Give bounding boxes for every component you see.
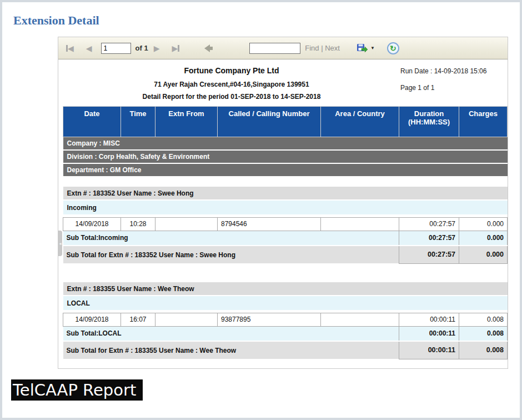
- cell-area: [321, 313, 399, 326]
- search-input[interactable]: [249, 43, 300, 54]
- col-area: Area / Country: [321, 107, 399, 137]
- report-period: Detail Report for the period 01-SEP-2018…: [63, 93, 400, 104]
- find-link[interactable]: Find: [305, 44, 319, 52]
- cell-charges: 0.000: [459, 217, 508, 231]
- detail-table: Date Time Extn From Called / Calling Num…: [63, 106, 508, 359]
- col-extn-from: Extn From: [155, 107, 218, 137]
- next-page-icon[interactable]: ▶: [154, 44, 160, 52]
- col-duration: Duration (HH:MM:SS): [399, 107, 459, 137]
- report-header: Fortune Company Pte Ltd 71 Ayer Rajah Cr…: [63, 64, 507, 104]
- refresh-icon[interactable]: ↻: [387, 42, 399, 54]
- previous-page-icon[interactable]: ◀: [86, 44, 92, 52]
- footer-report-label: TelCAAP Report: [11, 379, 143, 401]
- col-charges: Charges: [459, 107, 508, 137]
- cell-charges: 0.008: [459, 313, 508, 326]
- find-next-links: Find | Next: [305, 44, 340, 52]
- call-type-row: LOCAL: [63, 296, 508, 310]
- cell-duration: 00:00:11: [399, 313, 459, 326]
- subtotal-row: Sub Total:Incoming 00:27:57 0.000: [63, 231, 508, 246]
- export-dropdown-icon[interactable]: ▼: [370, 46, 375, 51]
- table-row: 14/09/2018 16:07 93877895 00:00:11 0.008: [63, 313, 508, 326]
- export-floppy-icon: [357, 43, 368, 53]
- col-called: Called / Calling Number: [218, 107, 321, 137]
- cell-extn-from: [155, 217, 218, 231]
- report-toolbar: ◀ ◀ of 1 ▶ ▶ Find | Next ▼: [58, 37, 508, 59]
- export-button[interactable]: ▼: [357, 43, 375, 53]
- cell-time: 10:28: [121, 217, 155, 231]
- document-map-splitter[interactable]: ◄: [58, 231, 62, 256]
- call-type-row: Incoming: [63, 200, 508, 214]
- cell-called: 93877895: [218, 313, 321, 326]
- cell-called: 8794546: [218, 217, 321, 231]
- cell-time: 16:07: [121, 313, 155, 326]
- cell-extn-from: [155, 313, 218, 326]
- col-date: Date: [63, 107, 121, 137]
- company-group-row: Company : MISC: [63, 137, 508, 151]
- extn-total-row: Sub Total for Extn # : 183355 User Name …: [63, 341, 508, 359]
- department-group-row: Department : GM Office: [63, 163, 508, 177]
- run-date: Run Date : 14-09-2018 15:06: [400, 67, 507, 84]
- next-link[interactable]: Next: [325, 44, 340, 52]
- report-content: Fortune Company Pte Ltd 71 Ayer Rajah Cr…: [58, 59, 508, 359]
- company-address: 71 Ayer Rajah Crescent,#04-16,Singapore …: [63, 81, 400, 93]
- page-title: Extension Detail: [13, 13, 99, 28]
- cell-duration: 00:27:57: [399, 217, 459, 231]
- back-to-parent-icon[interactable]: [200, 44, 213, 52]
- table-row: 14/09/2018 10:28 8794546 00:27:57 0.000: [63, 217, 508, 231]
- page-count-label: of 1: [135, 44, 148, 52]
- page-info: Page 1 of 1: [400, 84, 507, 92]
- extn-total-row: Sub Total for Extn # : 183352 User Name …: [63, 246, 508, 263]
- extn-header-row: Extn # : 183352 User Name : Swee Hong: [63, 187, 508, 200]
- first-page-icon[interactable]: ◀: [66, 44, 74, 52]
- extn-header-row: Extn # : 183355 User Name : Wee Theow: [63, 282, 508, 296]
- company-name: Fortune Company Pte Ltd: [63, 64, 400, 81]
- division-group-row: Division : Corp Health, Safety & Environ…: [63, 150, 508, 163]
- subtotal-row: Sub Total:LOCAL 00:00:11 0.008: [63, 326, 508, 341]
- cell-date: 14/09/2018: [63, 217, 121, 231]
- page-number-input[interactable]: [101, 43, 131, 54]
- cell-date: 14/09/2018: [63, 313, 121, 326]
- col-time: Time: [121, 107, 155, 137]
- last-page-icon[interactable]: ▶: [172, 44, 179, 52]
- table-header-row: Date Time Extn From Called / Calling Num…: [63, 107, 508, 137]
- cell-area: [321, 217, 399, 231]
- report-viewer: ◀ ◀ of 1 ▶ ▶ Find | Next ▼: [58, 37, 508, 369]
